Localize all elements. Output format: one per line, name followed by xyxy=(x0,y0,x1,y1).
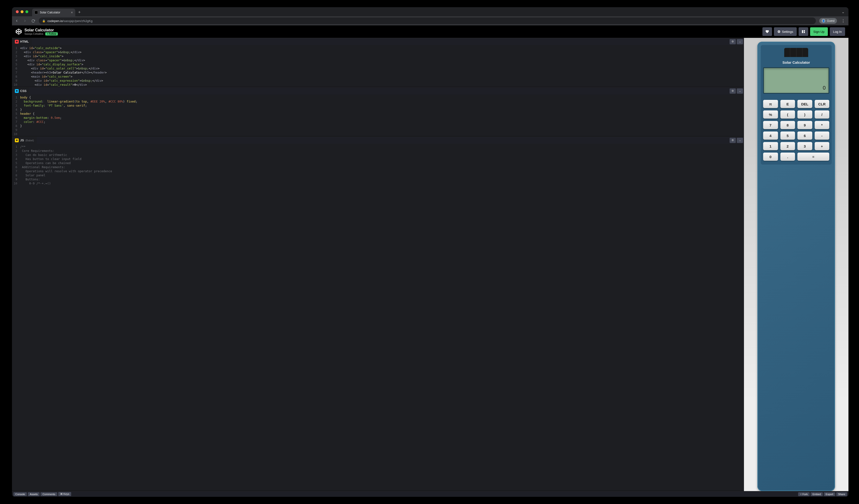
pen-title-group: Solar Calculator Sassja Ceballos + Follo… xyxy=(25,28,58,35)
new-tab-button[interactable]: + xyxy=(78,10,81,15)
follow-button[interactable]: + Follow xyxy=(45,32,58,35)
js-editor-pane: ✱ JS (Babel) ⚙ ⌄ 12345678910 /** Core Re… xyxy=(12,137,343,195)
js-label: JS xyxy=(20,138,24,142)
codepen-logo-icon[interactable] xyxy=(15,28,22,35)
js-pane-header: ✱ JS (Babel) ⚙ ⌄ xyxy=(12,137,343,144)
close-tab-icon[interactable]: × xyxy=(71,11,73,14)
html-editor-pane: ✱ HTML ⚙ ⌄ 12345678910 <div id="calc_out… xyxy=(12,38,343,87)
css-gutter: 12345678910 xyxy=(12,94,19,136)
pen-author[interactable]: Sassja Ceballos xyxy=(25,32,43,35)
browser-tab[interactable]: Solar Calculator × xyxy=(32,9,75,16)
html-label: HTML xyxy=(20,40,29,43)
html-code-editor[interactable]: 12345678910 <div id="calc_outside"> <div… xyxy=(12,45,343,87)
favicon-icon xyxy=(34,11,38,14)
minimize-window-icon[interactable] xyxy=(20,10,24,13)
browser-tab-bar: Solar Calculator × + ⌄ xyxy=(12,7,343,16)
css-pane-header: ✱ CSS ⚙ ⌄ xyxy=(12,87,343,94)
tab-title: Solar Calculator xyxy=(40,11,60,14)
js-code-editor[interactable]: 12345678910 /** Core Requirements: Can d… xyxy=(12,144,343,195)
address-bar: 🔒 codepen.io/sassjajc/pen/zNJgKg 👤 Guest… xyxy=(12,16,343,26)
html-tab[interactable]: ✱ HTML xyxy=(12,38,32,45)
reload-button[interactable] xyxy=(31,19,35,23)
url-domain: codepen.io xyxy=(47,19,63,23)
maximize-window-icon[interactable] xyxy=(26,10,28,13)
css-code-editor[interactable]: 12345678910 body { background: linear-gr… xyxy=(12,94,343,136)
css-badge-icon: ✱ xyxy=(15,89,19,93)
forward-button[interactable] xyxy=(22,19,27,23)
js-code-body: /** Core Requirements: Can do basic arit… xyxy=(19,144,112,195)
css-label: CSS xyxy=(20,89,27,93)
js-badge-icon: ✱ xyxy=(15,138,19,142)
html-badge-icon: ✱ xyxy=(15,40,19,44)
window-controls xyxy=(16,10,28,13)
js-preproc-label: (Babel) xyxy=(26,139,34,142)
css-code-body: body { background: linear-gradient(to to… xyxy=(19,94,137,136)
lock-icon: 🔒 xyxy=(42,19,46,22)
browser-window: Solar Calculator × + ⌄ 🔒 codepen.io/sass… xyxy=(12,7,343,195)
url-input[interactable]: 🔒 codepen.io/sassjajc/pen/zNJgKg xyxy=(39,17,343,24)
css-editor-pane: ✱ CSS ⚙ ⌄ 12345678910 body { background:… xyxy=(12,87,343,137)
editors-column: ✱ HTML ⚙ ⌄ 12345678910 <div id="calc_out… xyxy=(12,38,343,195)
back-button[interactable] xyxy=(14,19,19,23)
pen-title[interactable]: Solar Calculator xyxy=(25,28,58,32)
js-tab[interactable]: ✱ JS (Babel) xyxy=(12,137,37,144)
codepen-header: Solar Calculator Sassja Ceballos + Follo… xyxy=(12,26,343,38)
css-tab[interactable]: ✱ CSS xyxy=(12,88,29,94)
url-path: /sassjajc/pen/zNJgKg xyxy=(63,19,92,23)
html-gutter: 12345678910 xyxy=(12,45,19,87)
main-content: ✱ HTML ⚙ ⌄ 12345678910 <div id="calc_out… xyxy=(12,38,343,195)
close-window-icon[interactable] xyxy=(16,10,19,13)
html-pane-header: ✱ HTML ⚙ ⌄ xyxy=(12,38,343,45)
html-code-body: <div id="calc_outside"> <div class="spac… xyxy=(19,45,107,87)
js-gutter: 12345678910 xyxy=(12,144,19,195)
